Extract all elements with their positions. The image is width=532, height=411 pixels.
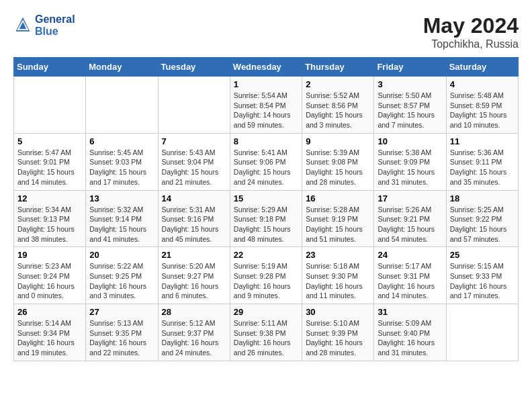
day-number: 2 (306, 79, 370, 89)
weekday-header-wednesday: Wednesday (230, 58, 302, 77)
weekday-header-monday: Monday (86, 58, 158, 77)
day-number: 3 (378, 79, 442, 89)
calendar-cell: 15Sunrise: 5:29 AMSunset: 9:18 PMDayligh… (230, 190, 302, 247)
calendar-cell: 20Sunrise: 5:22 AMSunset: 9:25 PMDayligh… (86, 247, 158, 304)
day-info: Sunrise: 5:41 AMSunset: 9:06 PMDaylight:… (234, 148, 298, 187)
day-number: 31 (378, 307, 442, 317)
day-number: 25 (450, 250, 515, 260)
day-info: Sunrise: 5:12 AMSunset: 9:37 PMDaylight:… (162, 318, 226, 358)
day-info: Sunrise: 5:39 AMSunset: 9:08 PMDaylight:… (306, 148, 370, 187)
weekday-header-row: SundayMondayTuesdayWednesdayThursdayFrid… (14, 58, 519, 77)
day-info: Sunrise: 5:11 AMSunset: 9:38 PMDaylight:… (234, 318, 298, 358)
day-number: 28 (162, 307, 226, 317)
day-info: Sunrise: 5:22 AMSunset: 9:25 PMDaylight:… (89, 261, 154, 301)
calendar-cell: 11Sunrise: 5:36 AMSunset: 9:11 PMDayligh… (446, 133, 518, 190)
weekday-header-sunday: Sunday (14, 58, 86, 77)
weekday-header-saturday: Saturday (446, 58, 518, 77)
calendar-cell (14, 77, 86, 134)
day-number: 4 (450, 79, 515, 89)
day-info: Sunrise: 5:23 AMSunset: 9:24 PMDaylight:… (17, 261, 82, 301)
week-row-2: 12Sunrise: 5:34 AMSunset: 9:13 PMDayligh… (14, 190, 519, 247)
day-info: Sunrise: 5:18 AMSunset: 9:30 PMDaylight:… (306, 261, 370, 301)
calendar-cell: 2Sunrise: 5:52 AMSunset: 8:56 PMDaylight… (302, 77, 374, 134)
calendar-cell: 12Sunrise: 5:34 AMSunset: 9:13 PMDayligh… (14, 190, 86, 247)
calendar-cell: 24Sunrise: 5:17 AMSunset: 9:31 PMDayligh… (374, 247, 446, 304)
calendar-cell: 7Sunrise: 5:43 AMSunset: 9:04 PMDaylight… (158, 133, 230, 190)
calendar-cell: 22Sunrise: 5:19 AMSunset: 9:28 PMDayligh… (230, 247, 302, 304)
calendar-cell: 1Sunrise: 5:54 AMSunset: 8:54 PMDaylight… (230, 77, 302, 134)
day-info: Sunrise: 5:29 AMSunset: 9:18 PMDaylight:… (234, 205, 298, 244)
calendar-cell: 9Sunrise: 5:39 AMSunset: 9:08 PMDaylight… (302, 133, 374, 190)
header: General Blue May 2024 Topchikha, Russia (13, 13, 519, 50)
logo-icon (13, 16, 32, 35)
day-number: 5 (17, 136, 82, 146)
day-info: Sunrise: 5:26 AMSunset: 9:21 PMDaylight:… (378, 205, 442, 244)
calendar-cell (446, 304, 518, 361)
week-row-4: 26Sunrise: 5:14 AMSunset: 9:34 PMDayligh… (14, 304, 519, 361)
day-number: 13 (89, 193, 154, 203)
day-number: 20 (89, 250, 154, 260)
day-info: Sunrise: 5:25 AMSunset: 9:22 PMDaylight:… (450, 205, 515, 244)
day-number: 21 (162, 250, 226, 260)
day-info: Sunrise: 5:31 AMSunset: 9:16 PMDaylight:… (162, 205, 226, 244)
day-info: Sunrise: 5:43 AMSunset: 9:04 PMDaylight:… (162, 148, 226, 187)
weekday-header-tuesday: Tuesday (158, 58, 230, 77)
day-number: 26 (17, 307, 82, 317)
day-number: 11 (450, 136, 515, 146)
calendar-cell: 17Sunrise: 5:26 AMSunset: 9:21 PMDayligh… (374, 190, 446, 247)
calendar-cell: 3Sunrise: 5:50 AMSunset: 8:57 PMDaylight… (374, 77, 446, 134)
week-row-0: 1Sunrise: 5:54 AMSunset: 8:54 PMDaylight… (14, 77, 519, 134)
week-row-1: 5Sunrise: 5:47 AMSunset: 9:01 PMDaylight… (14, 133, 519, 190)
day-number: 27 (89, 307, 154, 317)
day-info: Sunrise: 5:13 AMSunset: 9:35 PMDaylight:… (89, 318, 154, 358)
day-number: 23 (306, 250, 370, 260)
calendar-cell: 10Sunrise: 5:38 AMSunset: 9:09 PMDayligh… (374, 133, 446, 190)
calendar-cell: 27Sunrise: 5:13 AMSunset: 9:35 PMDayligh… (86, 304, 158, 361)
day-info: Sunrise: 5:10 AMSunset: 9:39 PMDaylight:… (306, 318, 370, 358)
calendar-cell: 25Sunrise: 5:15 AMSunset: 9:33 PMDayligh… (446, 247, 518, 304)
day-number: 18 (450, 193, 515, 203)
calendar-cell (86, 77, 158, 134)
title-area: May 2024 Topchikha, Russia (423, 13, 519, 50)
day-info: Sunrise: 5:47 AMSunset: 9:01 PMDaylight:… (17, 148, 82, 187)
day-info: Sunrise: 5:48 AMSunset: 8:59 PMDaylight:… (450, 91, 515, 130)
day-info: Sunrise: 5:09 AMSunset: 9:40 PMDaylight:… (378, 318, 442, 358)
day-info: Sunrise: 5:20 AMSunset: 9:27 PMDaylight:… (162, 261, 226, 301)
day-number: 17 (378, 193, 442, 203)
week-row-3: 19Sunrise: 5:23 AMSunset: 9:24 PMDayligh… (14, 247, 519, 304)
calendar-cell: 13Sunrise: 5:32 AMSunset: 9:14 PMDayligh… (86, 190, 158, 247)
day-number: 19 (17, 250, 82, 260)
day-number: 30 (306, 307, 370, 317)
logo: General Blue (13, 13, 75, 38)
day-info: Sunrise: 5:14 AMSunset: 9:34 PMDaylight:… (17, 318, 82, 358)
day-info: Sunrise: 5:54 AMSunset: 8:54 PMDaylight:… (234, 91, 298, 130)
day-number: 24 (378, 250, 442, 260)
day-info: Sunrise: 5:17 AMSunset: 9:31 PMDaylight:… (378, 261, 442, 301)
day-info: Sunrise: 5:38 AMSunset: 9:09 PMDaylight:… (378, 148, 442, 187)
day-info: Sunrise: 5:34 AMSunset: 9:13 PMDaylight:… (17, 205, 82, 244)
calendar-table: SundayMondayTuesdayWednesdayThursdayFrid… (13, 57, 519, 361)
day-info: Sunrise: 5:32 AMSunset: 9:14 PMDaylight:… (89, 205, 154, 244)
day-info: Sunrise: 5:28 AMSunset: 9:19 PMDaylight:… (306, 205, 370, 244)
logo-text: General Blue (35, 13, 75, 38)
day-number: 8 (234, 136, 298, 146)
calendar-cell: 16Sunrise: 5:28 AMSunset: 9:19 PMDayligh… (302, 190, 374, 247)
calendar-cell: 8Sunrise: 5:41 AMSunset: 9:06 PMDaylight… (230, 133, 302, 190)
day-number: 7 (162, 136, 226, 146)
day-number: 22 (234, 250, 298, 260)
calendar-cell: 30Sunrise: 5:10 AMSunset: 9:39 PMDayligh… (302, 304, 374, 361)
calendar-cell: 19Sunrise: 5:23 AMSunset: 9:24 PMDayligh… (14, 247, 86, 304)
main-title: May 2024 (423, 13, 519, 38)
calendar-cell: 18Sunrise: 5:25 AMSunset: 9:22 PMDayligh… (446, 190, 518, 247)
day-number: 16 (306, 193, 370, 203)
day-number: 10 (378, 136, 442, 146)
day-number: 12 (17, 193, 82, 203)
day-number: 6 (89, 136, 154, 146)
day-info: Sunrise: 5:50 AMSunset: 8:57 PMDaylight:… (378, 91, 442, 130)
calendar-cell: 4Sunrise: 5:48 AMSunset: 8:59 PMDaylight… (446, 77, 518, 134)
day-number: 29 (234, 307, 298, 317)
weekday-header-friday: Friday (374, 58, 446, 77)
day-info: Sunrise: 5:15 AMSunset: 9:33 PMDaylight:… (450, 261, 515, 301)
day-number: 9 (306, 136, 370, 146)
calendar-cell (158, 77, 230, 134)
